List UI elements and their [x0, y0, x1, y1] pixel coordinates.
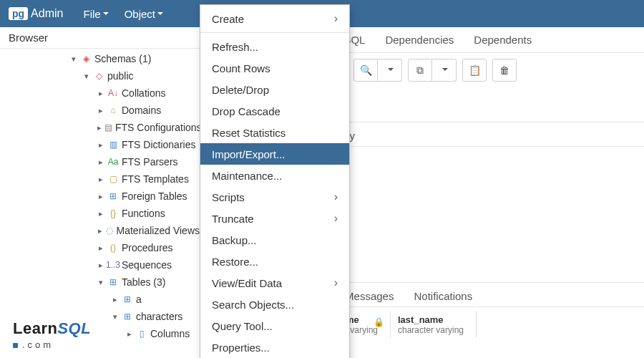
caret-icon[interactable]: ▾ — [97, 278, 104, 287]
tab-messages[interactable]: Messages — [345, 290, 394, 306]
menu-item[interactable]: Delete/Drop — [200, 79, 349, 100]
caret-icon[interactable]: ▾ — [70, 54, 77, 64]
node-icon: ⊞ — [122, 311, 133, 322]
tree-node[interactable]: ▾◈Schemas (1) — [0, 50, 200, 67]
node-icon: ⊞ — [107, 276, 119, 288]
tab-notifications[interactable]: Notifications — [414, 290, 472, 306]
menu-item[interactable]: Maintenance... — [200, 165, 349, 186]
node-icon: 1..3 — [107, 259, 119, 271]
context-menu[interactable]: CreateRefresh...Count RowsDelete/DropDro… — [200, 4, 350, 358]
caret-icon[interactable]: ▾ — [83, 72, 90, 81]
tab-dependencies[interactable]: Dependencies — [385, 34, 454, 52]
node-label: Domains — [122, 105, 161, 116]
node-icon: ◌ — [105, 225, 113, 236]
tree-node[interactable]: ▾⊞Tables (3) — [0, 274, 200, 291]
tree-node[interactable]: ▸⊞a — [0, 291, 200, 308]
menu-item[interactable]: Reset Statistics — [200, 122, 349, 143]
caret-icon[interactable]: ▸ — [97, 261, 104, 270]
menu-item[interactable]: View/Edit Data — [200, 272, 349, 294]
menu-item-label: Create — [212, 13, 244, 25]
menu-item[interactable]: Drop Cascade — [200, 100, 349, 122]
tree-node[interactable]: ▸A↓Collations — [0, 84, 200, 102]
tree-node[interactable]: ▸▢FTS Templates — [0, 170, 200, 188]
tree-node[interactable]: ▸▤FTS Configurations — [0, 119, 200, 136]
menu-item-label: Refresh... — [212, 41, 258, 53]
tree-node[interactable]: ▾◇public — [0, 67, 200, 84]
watermark: LearnSQL .com — [13, 319, 91, 351]
trash-icon[interactable]: 🗑 — [492, 59, 517, 82]
caret-icon[interactable]: ▸ — [97, 209, 104, 218]
node-icon: () — [107, 242, 119, 253]
menu-item-label: Scripts — [212, 191, 245, 203]
node-label: a — [136, 294, 142, 305]
menu-item-label: Delete/Drop — [212, 84, 269, 96]
node-label: FTS Configurations — [115, 122, 200, 133]
caret-icon[interactable]: ▸ — [97, 192, 104, 201]
search-icon[interactable]: 🔍 — [353, 59, 378, 82]
menu-item[interactable]: Scripts — [200, 186, 349, 208]
caret-icon[interactable]: ▸ — [97, 175, 104, 184]
tree-node[interactable]: ▸()Procedures — [0, 239, 200, 256]
caret-icon[interactable]: ▾ — [112, 312, 119, 321]
object-tree[interactable]: ▾◈Schemas (1)▾◇public▸A↓Collations▸⌂Doma… — [0, 49, 200, 358]
menu-item-label: Search Objects... — [212, 299, 294, 311]
node-label: FTS Templates — [122, 173, 189, 185]
node-label: FTS Dictionaries — [122, 139, 195, 150]
menu-item[interactable]: Backup... — [200, 229, 349, 251]
node-icon: ◇ — [93, 70, 104, 82]
tree-node[interactable]: ▸1..3Sequences — [0, 256, 200, 274]
menu-item[interactable]: Restore... — [200, 251, 349, 272]
tree-node[interactable]: ▸⊞Foreign Tables — [0, 188, 200, 205]
menu-item[interactable]: Query Tool... — [200, 315, 349, 337]
node-label: Collations — [122, 87, 165, 99]
menu-item[interactable]: Create — [200, 8, 349, 29]
caret-icon[interactable]: ▸ — [97, 123, 102, 132]
tree-node[interactable]: ▸⌂Domains — [0, 102, 200, 119]
brand-logo: pg Admin — [9, 7, 63, 20]
search-caret-icon[interactable] — [378, 59, 402, 82]
node-label: Functions — [122, 208, 165, 219]
col-last-name[interactable]: last_name character varying — [391, 311, 477, 338]
copy-caret-icon[interactable] — [432, 59, 457, 82]
tab-dependents[interactable]: Dependents — [474, 34, 532, 52]
node-label: Materialized Views — [117, 225, 200, 236]
node-icon: ⊞ — [107, 190, 119, 202]
lock-icon: 🔒 — [374, 317, 384, 327]
node-label: characters — [136, 311, 182, 322]
paste-icon[interactable]: 📋 — [462, 59, 487, 82]
copy-icon[interactable]: ⧉ — [408, 59, 432, 82]
menu-item[interactable]: Refresh... — [200, 36, 349, 57]
caret-icon[interactable]: ▸ — [97, 106, 104, 115]
node-icon: {} — [107, 208, 119, 219]
caret-icon[interactable]: ▸ — [97, 158, 104, 167]
menu-item[interactable]: Truncate — [200, 208, 349, 229]
brand-box: pg — [9, 7, 28, 20]
menu-item-label: Query Tool... — [212, 320, 273, 332]
tree-node[interactable]: ▸{}Functions — [0, 205, 200, 222]
node-label: Sequences — [122, 259, 172, 271]
menu-item[interactable]: Search Objects... — [200, 294, 349, 315]
caret-icon[interactable]: ▸ — [97, 226, 102, 236]
caret-icon[interactable]: ▸ — [112, 295, 119, 304]
node-icon: ▤ — [104, 122, 112, 133]
menu-item[interactable]: Import/Export... — [200, 143, 349, 165]
caret-icon[interactable]: ▸ — [97, 140, 104, 150]
caret-icon[interactable]: ▸ — [97, 243, 104, 253]
tree-node[interactable]: ▸▥FTS Dictionaries — [0, 136, 200, 153]
menu-item[interactable]: Properties... — [200, 337, 349, 358]
node-icon: ▢ — [107, 173, 119, 185]
caret-icon[interactable]: ▸ — [126, 329, 133, 339]
node-icon: Aa — [107, 156, 119, 168]
caret-icon[interactable]: ▸ — [97, 89, 104, 98]
menu-file[interactable]: File — [80, 6, 111, 21]
tree-node[interactable]: ▸AaFTS Parsers — [0, 153, 200, 170]
menu-separator — [200, 32, 349, 33]
menu-item-label: Restore... — [212, 256, 258, 268]
menu-object[interactable]: Object — [122, 6, 166, 21]
menu-item[interactable]: Count Rows — [200, 57, 349, 79]
node-label: Tables (3) — [122, 276, 165, 288]
tree-node[interactable]: ▸◌Materialized Views — [0, 222, 200, 239]
node-label: Columns — [150, 328, 190, 339]
node-icon: ◈ — [80, 53, 92, 64]
menu-item-label: Drop Cascade — [212, 105, 280, 117]
